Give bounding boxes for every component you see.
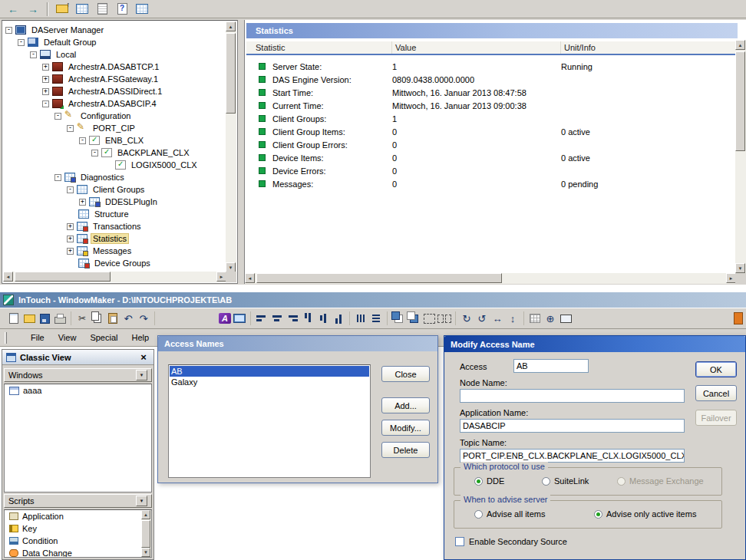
application-name-input[interactable]: DASABCIP	[460, 419, 685, 433]
tree-item-default-group[interactable]: Default Group	[4, 36, 223, 48]
expand-icon[interactable]	[79, 199, 86, 206]
expand-icon[interactable]	[42, 76, 49, 83]
menubar-grip[interactable]	[5, 332, 7, 344]
wonderware-logo-icon[interactable]	[218, 311, 232, 325]
runtime-icon[interactable]	[232, 311, 247, 325]
bring-to-front-icon[interactable]	[391, 311, 406, 325]
back-icon[interactable]: ←	[3, 2, 23, 17]
rotate-ccw-icon[interactable]	[474, 311, 490, 325]
enable-secondary-source-option[interactable]: Enable Secondary Source	[455, 537, 567, 546]
scroll-up-icon[interactable]: ▲	[141, 510, 150, 519]
align-middle-icon[interactable]	[315, 311, 331, 325]
tree-item-enb-clx[interactable]: ENB_CLX	[4, 134, 223, 147]
menu-view[interactable]: View	[51, 331, 84, 344]
node-name-input[interactable]	[460, 389, 685, 403]
collapse-icon[interactable]	[30, 51, 37, 58]
ungroup-icon[interactable]	[437, 311, 452, 325]
script-item-key[interactable]: Key	[5, 522, 151, 535]
align-center-icon[interactable]	[269, 311, 285, 325]
access-name-item-selected[interactable]: AB	[170, 366, 369, 377]
expand-icon[interactable]	[67, 236, 74, 242]
modify-access-name-titlebar[interactable]: Modify Access Name	[444, 336, 745, 352]
stats-row-current-time[interactable]: Current Time:Mittwoch, 16. Januar 2013 0…	[246, 99, 738, 112]
scroll-thumb[interactable]	[226, 33, 236, 114]
save-icon[interactable]	[37, 311, 52, 325]
column-header-unit-info[interactable]: Unit/Info	[561, 41, 738, 54]
script-item-application[interactable]: Application	[5, 510, 151, 522]
up-one-level-icon[interactable]	[52, 2, 72, 17]
flip-horizontal-icon[interactable]	[490, 311, 505, 325]
ok-button[interactable]: OK	[695, 361, 737, 377]
toolbar-overflow-icon[interactable]	[734, 312, 743, 324]
rotate-cw-icon[interactable]	[459, 311, 474, 325]
console-tree-icon[interactable]	[72, 2, 92, 17]
menu-special[interactable]: Special	[83, 331, 124, 344]
expand-icon[interactable]	[67, 248, 74, 255]
tree-item-device-groups[interactable]: Device Groups	[4, 257, 223, 269]
stats-row-server-state[interactable]: Server State:1Running	[246, 60, 738, 73]
menu-file[interactable]: File	[24, 331, 51, 344]
script-item-data-change[interactable]: Data Change	[5, 547, 151, 558]
scroll-up-icon[interactable]: ▲	[735, 40, 745, 50]
flip-vertical-icon[interactable]	[505, 311, 520, 325]
scroll-up-icon[interactable]: ▲	[226, 21, 236, 31]
tree-item-diagnostics[interactable]: Diagnostics	[4, 171, 223, 183]
tree-item-transactions[interactable]: Transactions	[4, 220, 223, 232]
add-button[interactable]: Add...	[381, 397, 430, 413]
undo-icon[interactable]	[120, 311, 136, 325]
radio-advise-all-items[interactable]: Advise all items	[474, 509, 545, 519]
access-name-item[interactable]: Galaxy	[170, 377, 369, 387]
paste-icon[interactable]	[105, 311, 120, 325]
scripts-section-header[interactable]: Scripts ▼	[4, 494, 152, 508]
tree-item-backplane-clx[interactable]: BACKPLANE_CLX	[4, 147, 223, 159]
delete-button[interactable]: Delete	[381, 442, 430, 458]
collapse-icon[interactable]	[54, 174, 61, 181]
collapse-icon[interactable]	[67, 186, 74, 193]
stats-row-device-items[interactable]: Device Items:00 active	[246, 151, 738, 164]
print-icon[interactable]	[52, 311, 68, 325]
stats-horizontal-scrollbar[interactable]: ◄ ►	[245, 273, 736, 284]
send-to-back-icon[interactable]	[406, 311, 421, 325]
scroll-thumb[interactable]	[141, 520, 150, 548]
menu-help[interactable]: Help	[124, 331, 156, 344]
stats-row-das-engine-version[interactable]: DAS Engine Version:0809.0438.0000.0000	[246, 73, 738, 86]
stats-row-start-time[interactable]: Start Time:Mittwoch, 16. Januar 2013 08:…	[246, 86, 738, 99]
align-right-icon[interactable]	[285, 311, 300, 325]
cancel-button[interactable]: Cancel	[695, 385, 737, 401]
tree-item-client-groups[interactable]: Client Groups	[4, 183, 223, 196]
radio-dde[interactable]: DDE	[474, 476, 504, 486]
group-icon[interactable]	[421, 311, 437, 325]
scroll-thumb[interactable]	[15, 272, 111, 282]
align-left-icon[interactable]	[254, 311, 269, 325]
expand-icon[interactable]	[67, 223, 74, 230]
tree-item-statistics[interactable]: Statistics	[4, 232, 223, 245]
tree-item-configuration[interactable]: Configuration	[4, 110, 223, 122]
align-bottom-icon[interactable]	[331, 311, 346, 325]
tree-vertical-scrollbar[interactable]: ▲ ▼	[226, 21, 236, 272]
scroll-left-icon[interactable]: ◄	[245, 273, 255, 283]
tree-item-local[interactable]: Local	[4, 48, 223, 61]
tree-item-port-cip[interactable]: PORT_CIP	[4, 122, 223, 134]
redo-icon[interactable]	[136, 311, 151, 325]
windows-section-header[interactable]: Windows ▼	[4, 368, 152, 382]
space-vertical-icon[interactable]	[368, 311, 384, 325]
chevron-down-icon[interactable]: ▼	[136, 370, 147, 380]
tree-item-logix5000-clx[interactable]: LOGIX5000_CLX	[4, 159, 223, 171]
forward-icon[interactable]: →	[23, 2, 43, 17]
columns-icon[interactable]	[132, 2, 152, 17]
stats-row-messages[interactable]: Messages:00 pending	[246, 177, 738, 190]
cut-icon[interactable]	[74, 311, 90, 325]
scroll-left-icon[interactable]: ◄	[3, 272, 13, 282]
topic-name-input[interactable]: PORT_CIP.ENB_CLX.BACKPLANE_CLX.LOGIX5000…	[460, 449, 685, 463]
properties-form-icon[interactable]	[92, 2, 112, 17]
scripts-vertical-scrollbar[interactable]: ▲ ▼	[141, 510, 151, 557]
chevron-down-icon[interactable]: ▼	[136, 496, 147, 506]
tree-item-messages[interactable]: Messages	[4, 245, 223, 257]
scroll-thumb[interactable]	[735, 51, 745, 151]
intouch-titlebar[interactable]: InTouch - WindowMaker - D:\INTOUCHPROJEK…	[0, 292, 746, 308]
collapse-icon[interactable]	[67, 125, 74, 132]
tree-item-dassidirect[interactable]: ArchestrA.DASSIDirect.1	[4, 85, 223, 97]
stats-row-client-groups[interactable]: Client Groups:1	[246, 112, 738, 125]
close-button[interactable]: Close	[381, 366, 430, 382]
open-icon[interactable]	[21, 311, 37, 325]
